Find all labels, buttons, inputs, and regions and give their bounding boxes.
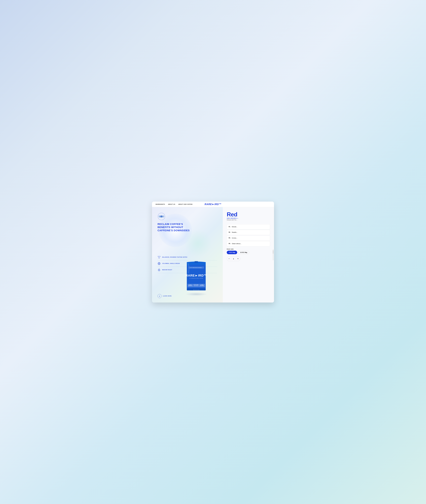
feature-tasting-text: BALANCED, ROUNDED TASTING NOTES	[162, 257, 187, 258]
benefit-1-text: Elevate...	[232, 226, 237, 228]
right-panel: Red 100% GROUND A... Infused with Par...…	[223, 207, 274, 302]
roast-icon	[157, 268, 161, 271]
product-title-area: Red 100% GROUND A... Infused with Par...	[227, 211, 270, 221]
svg-rect-15	[195, 261, 198, 263]
svg-marker-6	[158, 256, 160, 258]
navigation: INGREDIENTS ABOUT US ABOUT OUR COFFEE RA…	[152, 202, 274, 207]
pack-option-4oz[interactable]: 4 OZ. Bag	[227, 251, 237, 254]
svg-text:CITRUS, HONEY/LIME: CITRUS, HONEY/LIME	[194, 285, 198, 286]
benefit-1-number: 01.	[229, 226, 231, 227]
nav-about-us[interactable]: ABOUT US	[168, 204, 175, 205]
benefit-2-number: 02.	[229, 231, 231, 233]
svg-text:PX (PARAXANTHINE) COFFEE: PX (PARAXANTHINE) COFFEE	[189, 278, 203, 279]
learn-more-circle-icon	[157, 294, 162, 298]
pack-option-12oz[interactable]: 12 OZ. Bag	[238, 251, 249, 254]
benefit-4-number: 04.	[229, 243, 231, 244]
browser-window: INGREDIENTS ABOUT US ABOUT OUR COFFEE RA…	[152, 202, 274, 302]
svg-text:LET'S RISE AND OUTSHINE...: LET'S RISE AND OUTSHINE...	[190, 267, 202, 268]
tasting-icon	[157, 256, 161, 259]
svg-text:SINGLE ORIGIN: SINGLE ORIGIN	[200, 285, 204, 286]
benefit-1: 01. Elevate...	[227, 224, 270, 230]
benefit-3: 03. Increas...	[227, 236, 270, 241]
benefit-4: 04. Obtain without...	[227, 241, 270, 246]
svg-text:CHOCOLATE, CARAMEL,: CHOCOLATE, CARAMEL,	[193, 284, 199, 285]
benefit-3-text: Increas...	[232, 237, 237, 239]
quantity-decrease-button[interactable]: −	[227, 257, 231, 261]
svg-text:GROUND: GROUND	[189, 285, 192, 285]
feature-origin-text: COLOMBIA, SINGLE ORIGIN	[162, 263, 180, 264]
benefit-2-text: Redefin...	[232, 231, 238, 233]
hero-panel: RECLAIM COFFEE'S BENEFITS WITHOUT CAFFEI…	[152, 207, 223, 302]
logo-text: RARE	[205, 203, 212, 206]
coffee-bag-svg: LET'S RISE AND OUTSHINE... RARE►IRD™ PX …	[185, 260, 207, 293]
nav-ingredients[interactable]: INGREDIENTS	[156, 204, 165, 205]
product-subtitle: 100% GROUND A...	[227, 218, 270, 219]
benefit-2: 02. Redefin...	[227, 230, 270, 235]
bg-glow-2	[184, 229, 212, 257]
svg-text:NET WT 4 OZ (113g): NET WT 4 OZ (113g)	[193, 289, 199, 290]
svg-point-3	[161, 216, 162, 217]
scroll-thumb	[273, 250, 273, 254]
brand-logo[interactable]: RARE►IRD™	[205, 203, 221, 206]
feature-roast-text: MEDIUM ROAST	[162, 269, 172, 270]
learn-more-label: LEARN MORE	[163, 295, 172, 297]
svg-text:RARE►IRD™: RARE►IRD™	[186, 274, 207, 277]
product-title: Red	[227, 211, 270, 217]
benefit-3-number: 03.	[229, 237, 231, 239]
pack-size-options: 4 OZ. Bag 12 OZ. Bag	[227, 251, 270, 254]
product-description: Infused with Par...	[227, 219, 270, 221]
svg-point-12	[159, 269, 160, 271]
brand-icon	[157, 213, 165, 220]
svg-text:MEDIUM ROAST: MEDIUM ROAST	[188, 285, 192, 286]
nav-about-coffee[interactable]: ABOUT OUR COFFEE	[178, 204, 192, 205]
main-content: RECLAIM COFFEE'S BENEFITS WITHOUT CAFFEI…	[152, 207, 274, 302]
pack-size-section: PACK SIZE 4 OZ. Bag 12 OZ. Bag	[227, 249, 270, 254]
quantity-value: 1	[231, 258, 236, 260]
benefit-4-text: Obtain without...	[232, 243, 241, 245]
hero-headline: RECLAIM COFFEE'S BENEFITS WITHOUT CAFFEI…	[157, 223, 217, 232]
benefits-list: 01. Elevate... 02. Redefin... 03. Increa…	[227, 224, 270, 246]
pack-size-label: PACK SIZE	[227, 249, 270, 250]
logo-suffix: IRD™	[214, 203, 221, 206]
product-image-area: LET'S RISE AND OUTSHINE... RARE►IRD™ PX …	[185, 260, 207, 294]
quantity-selector: − 1 +	[227, 256, 240, 261]
quantity-increase-button[interactable]: +	[236, 257, 240, 261]
scroll-hint	[273, 249, 273, 260]
origin-icon	[157, 262, 161, 265]
logo-arrow-icon: ►	[212, 203, 214, 206]
svg-text:COLOMBIA: COLOMBIA	[201, 285, 203, 285]
feature-tasting: BALANCED, ROUNDED TASTING NOTES	[157, 254, 217, 260]
